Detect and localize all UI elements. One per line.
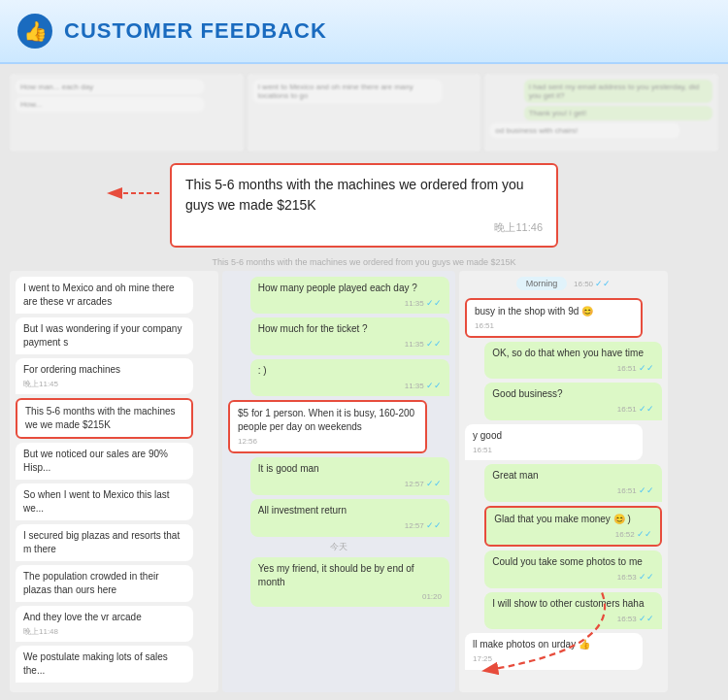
left-highlight-msg: This 5-6 months with the machines we we … xyxy=(16,398,193,439)
right-msg-good-biz: Good business? 16:51 ✓✓ xyxy=(484,383,662,420)
svg-text:👍: 👍 xyxy=(23,19,48,43)
top-highlight-box: This 5-6 months with the machines we ord… xyxy=(170,163,558,248)
bg-chat-left: How man... each day How... xyxy=(10,74,244,151)
right-msg-ygood: y good 16:51 xyxy=(465,424,643,460)
right-highlight-glad: Glad that you make money 😊 ) 16:52 ✓✓ xyxy=(484,506,662,548)
left-msg-5: But we noticed our sales are 90% Hisp... xyxy=(16,443,193,480)
header-title: CUSTOMER FEEDBACK xyxy=(64,18,327,44)
mid-date-divider: 今天 xyxy=(228,541,449,553)
right-chat-panel: Morning 16:50 ✓✓ busy in the shop with 9… xyxy=(459,271,668,692)
mid-chat-panel: How many people played each day ? 11:35 … xyxy=(222,271,455,692)
main-content: How man... each day How... I went to Mex… xyxy=(0,64,728,700)
left-msg-postulate: We postulate making lots of sales the... xyxy=(16,646,193,683)
right-msg-photos: Could you take some photos to me 16:53 ✓… xyxy=(484,550,662,588)
left-msg-secured: I secured big plazas and resorts that m … xyxy=(16,524,193,561)
left-chat-panel: I went to Mexico and oh mine there are t… xyxy=(10,271,218,692)
top-highlight-time: 晚上11:46 xyxy=(185,219,543,236)
bg-chat-right: I had sent my email address to you yeste… xyxy=(484,74,718,151)
mid-msg-friend: Yes my friend, it should be by end of mo… xyxy=(250,557,449,607)
right-msg-great: Great man 16:51 ✓✓ xyxy=(484,464,662,502)
mid-highlight-msg: $5 for 1 person. When it is busy, 160-20… xyxy=(228,400,427,453)
bg-chat-mid: I went to Mexico and oh mine there are m… xyxy=(248,74,481,151)
thumbs-up-icon: 👍 xyxy=(16,12,54,50)
header: 👍 CUSTOMER FEEDBACK xyxy=(0,0,728,64)
right-highlight-busy: busy in the shop with 9d 😊 16:51 xyxy=(465,298,643,338)
left-msg-1: I went to Mexico and oh mine there are t… xyxy=(16,277,193,314)
mid-msg-1: How many people played each day ? 11:35 … xyxy=(250,277,449,315)
right-msg-show: I will show to other customers haha 16:5… xyxy=(484,592,662,630)
arrow-left-indicator xyxy=(103,179,161,212)
chat-section: I went to Mexico and oh mine there are t… xyxy=(10,271,718,692)
page-container: 👍 CUSTOMER FEEDBACK How man... each day … xyxy=(0,0,728,700)
bg-row-text: This 5-6 months with the machines we ord… xyxy=(10,257,718,267)
mid-msg-2: How much for the ticket ? 11:35 ✓✓ xyxy=(250,317,449,355)
right-msg-make-photos: ll make photos on urday 👍 17:25 xyxy=(465,633,643,669)
mid-msg-investment: All investment return 12:57 ✓✓ xyxy=(250,499,449,537)
left-msg-3: For ordering machines 晚上11:45 xyxy=(16,358,193,394)
left-msg-2: But I was wondering if your company paym… xyxy=(16,317,193,354)
chat-columns: I went to Mexico and oh mine there are t… xyxy=(10,271,718,692)
left-msg-6: So when I went to Mexico this last we... xyxy=(16,483,193,520)
left-msg-population: The population crowded in their plazas t… xyxy=(16,565,193,602)
morning-indicator: Morning xyxy=(516,277,568,290)
mid-msg-good: It is good man 12:57 ✓✓ xyxy=(250,457,449,495)
left-msg-arcade: And they love the vr arcade 晚上11:48 xyxy=(16,606,193,642)
mid-msg-3: : ) 11:35 ✓✓ xyxy=(250,359,449,397)
top-highlight-wrapper: This 5-6 months with the machines we ord… xyxy=(10,157,718,253)
right-msg-ok: OK, so do that when you have time 16:51 … xyxy=(484,342,662,380)
background-chats: How man... each day How... I went to Mex… xyxy=(10,74,718,151)
top-highlight-text: This 5-6 months with the machines we ord… xyxy=(185,177,524,213)
